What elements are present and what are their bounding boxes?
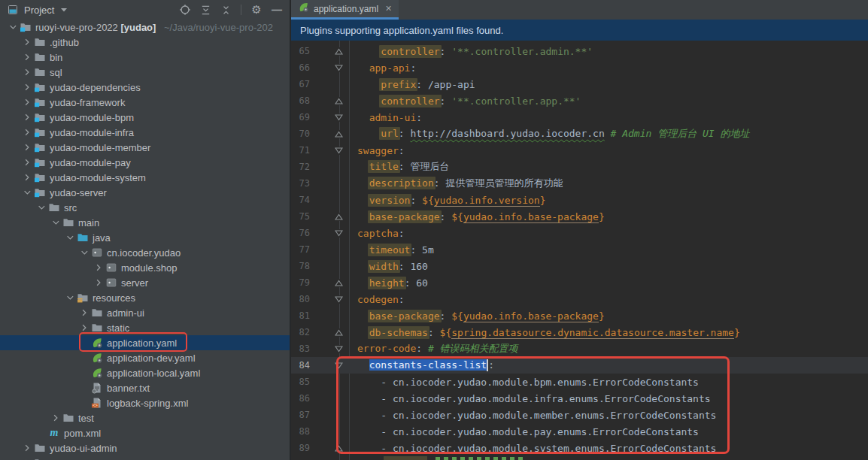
tree-item-src[interactable]: src — [0, 200, 290, 215]
tree-item-server[interactable]: server — [0, 275, 290, 290]
chevron-right-icon[interactable] — [92, 277, 105, 289]
editor-line-81[interactable]: 81 base-package: ${yudao.info.base-packa… — [291, 307, 868, 324]
tree-item-cn.iocoder.yudao[interactable]: cn.iocoder.yudao — [0, 245, 290, 260]
tree-item-application-local.yaml[interactable]: application-local.yaml — [0, 365, 290, 380]
chevron-down-icon[interactable] — [49, 216, 62, 228]
fold-start-icon[interactable] — [335, 295, 343, 304]
editor-line-76[interactable]: 76captcha: — [291, 225, 868, 241]
editor-line-78[interactable]: 78 width: 160 — [291, 258, 868, 274]
chevron-right-icon[interactable] — [77, 307, 91, 319]
tree-item-sql[interactable]: sql — [0, 65, 290, 80]
settings-gear-icon[interactable]: ⚙ — [250, 3, 263, 17]
tree-item-module.shop[interactable]: module.shop — [0, 260, 290, 275]
editor-line-85[interactable]: 85 - cn.iocoder.yudao.module.bpm.enums.E… — [291, 374, 868, 390]
tree-item-yudao-module-bpm[interactable]: yudao-module-bpm — [0, 110, 290, 125]
editor-line-67[interactable]: 67 prefix: /app-api — [291, 76, 868, 92]
expand-all-icon[interactable] — [199, 3, 212, 17]
chevron-right-icon[interactable] — [20, 156, 34, 168]
tab-close-icon[interactable]: ✕ — [385, 4, 392, 14]
chevron-right-icon[interactable] — [20, 111, 34, 123]
code-editor[interactable]: 65 controller: '**.controller.admin.**'6… — [291, 41, 868, 460]
chevron-right-icon[interactable] — [20, 96, 34, 108]
tree-item-logback-spring.xml[interactable]: <>logback-spring.xml — [0, 395, 290, 410]
fold-start-icon[interactable] — [335, 147, 343, 155]
fold-end-icon[interactable] — [335, 130, 343, 138]
tree-item-main[interactable]: main — [0, 215, 290, 230]
chevron-down-icon[interactable] — [6, 21, 20, 33]
tree-item-yudao-module-infra[interactable]: yudao-module-infra — [0, 125, 290, 140]
tree-item-pom.xml[interactable]: mpom.xml — [0, 425, 290, 440]
tree-item-yudao-framework[interactable]: yudao-framework — [0, 95, 290, 110]
editor-line-72[interactable]: 72 title: 管理后台 — [291, 159, 868, 175]
chevron-right-icon[interactable] — [77, 322, 91, 334]
tree-item-yudao-dependencies[interactable]: yudao-dependencies — [0, 80, 290, 95]
editor-line-68[interactable]: 68 controller: '**.controller.app.**' — [291, 92, 868, 109]
tree-item-.github[interactable]: .github — [0, 35, 290, 50]
fold-end-icon[interactable] — [335, 97, 343, 105]
editor-line-74[interactable]: 74 version: ${yudao.info.version} — [291, 192, 868, 208]
editor-line-89[interactable]: 89 - cn.iocoder.yudao.module.system.enum… — [291, 440, 868, 456]
editor-line-71[interactable]: 71swagger: — [291, 142, 868, 159]
tree-item-clipped[interactable] — [0, 455, 290, 460]
chevron-right-icon[interactable] — [20, 51, 34, 63]
fold-end-icon[interactable] — [335, 444, 343, 452]
tree-item-yudao-ui-admin[interactable]: yudao-ui-admin — [0, 440, 290, 455]
tree-item-admin-ui[interactable]: admin-ui — [0, 305, 290, 320]
editor-line-73[interactable]: 73 description: 提供管理员管理的所有功能 — [291, 175, 868, 192]
chevron-right-icon[interactable] — [20, 81, 34, 93]
editor-line-87[interactable]: 87 - cn.iocoder.yudao.module.member.enum… — [291, 407, 868, 423]
tree-item-yudao-module-member[interactable]: yudao-module-member — [0, 140, 290, 155]
fold-start-icon[interactable] — [335, 113, 343, 122]
tree-item-resources[interactable]: resources — [0, 290, 290, 305]
chevron-right-icon[interactable] — [92, 262, 105, 274]
locate-icon[interactable] — [178, 3, 192, 17]
editor-line-83[interactable]: 83error-code: # 错误码相关配置项 — [291, 340, 868, 357]
editor-line-65[interactable]: 65 controller: '**.controller.admin.**' — [291, 43, 868, 59]
fold-start-icon[interactable] — [335, 362, 343, 370]
tree-item-application.yaml[interactable]: application.yaml — [0, 335, 290, 350]
editor-line-82[interactable]: 82 db-schemas: ${spring.datasource.dynam… — [291, 324, 868, 340]
tab-application-yaml[interactable]: application.yaml ✕ — [291, 0, 399, 20]
chevron-right-icon[interactable] — [20, 171, 34, 183]
chevron-right-icon[interactable] — [20, 36, 34, 48]
fold-start-icon[interactable] — [335, 229, 343, 238]
chevron-right-icon[interactable] — [20, 442, 34, 454]
fold-end-icon[interactable] — [335, 47, 343, 56]
fold-start-icon[interactable] — [335, 64, 343, 72]
dropdown-caret-icon[interactable] — [57, 3, 71, 17]
fold-end-icon[interactable] — [335, 213, 343, 221]
fold-start-icon[interactable] — [335, 345, 343, 353]
editor-line-69[interactable]: 69 admin-ui: — [291, 109, 868, 126]
editor-line-79[interactable]: 79 height: 60 — [291, 274, 868, 291]
editor-line-75[interactable]: 75 base-package: ${yudao.info.base-packa… — [291, 208, 868, 225]
tree-item-banner.txt[interactable]: banner.txt — [0, 380, 290, 395]
editor-line-77[interactable]: 77 timeout: 5m — [291, 241, 868, 258]
tree-item-static[interactable]: static — [0, 320, 290, 335]
tree-item-bin[interactable]: bin — [0, 50, 290, 65]
chevron-right-icon[interactable] — [20, 126, 34, 138]
chevron-down-icon[interactable] — [35, 201, 48, 213]
tree-item-yudao-server[interactable]: yudao-server — [0, 185, 290, 200]
editor-line-88[interactable]: 88 - cn.iocoder.yudao.module.pay.enums.E… — [291, 423, 868, 440]
chevron-down-icon[interactable] — [63, 232, 77, 244]
chevron-right-icon[interactable] — [49, 412, 62, 424]
tree-item-root[interactable]: ruoyi-vue-pro-2022 [yudao] ~/Java/ruoyi-… — [0, 20, 290, 35]
editor-line-70[interactable]: 70 url: http://dashboard.yudao.iocoder.c… — [291, 126, 868, 142]
editor-line-80[interactable]: 80codegen: — [291, 291, 868, 307]
fold-end-icon[interactable] — [335, 279, 343, 287]
tree-item-test[interactable]: test — [0, 410, 290, 425]
chevron-right-icon[interactable] — [20, 66, 34, 78]
tree-item-yudao-module-system[interactable]: yudao-module-system — [0, 170, 290, 185]
editor-line-86[interactable]: 86 - cn.iocoder.yudao.module.infra.enums… — [291, 390, 868, 407]
chevron-down-icon[interactable] — [63, 292, 77, 304]
chevron-right-icon[interactable] — [20, 141, 34, 153]
editor-line-84[interactable]: 84 constants-class-list: — [291, 357, 868, 374]
fold-end-icon[interactable] — [335, 328, 343, 337]
editor-line-66[interactable]: 66 app-api: — [291, 59, 868, 76]
tree-item-application-dev.yaml[interactable]: application-dev.yaml — [0, 350, 290, 365]
tree-item-java[interactable]: java — [0, 230, 290, 245]
project-tree[interactable]: ruoyi-vue-pro-2022 [yudao] ~/Java/ruoyi-… — [0, 20, 290, 460]
hide-panel-icon[interactable]: — — [270, 3, 284, 17]
tree-item-yudao-module-pay[interactable]: yudao-module-pay — [0, 155, 290, 170]
chevron-down-icon[interactable] — [20, 186, 34, 198]
